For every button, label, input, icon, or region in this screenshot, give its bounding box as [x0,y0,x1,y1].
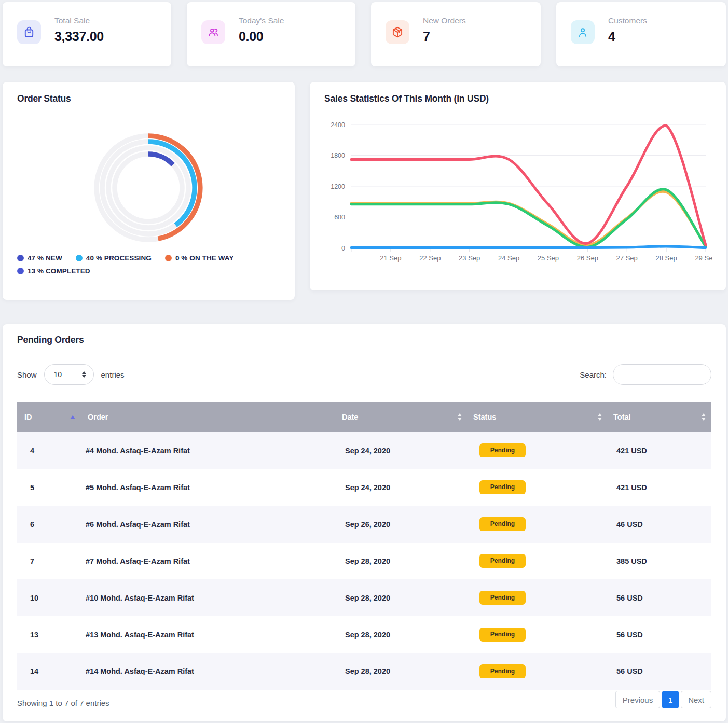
x-axis-label: 26 Sep [577,254,598,262]
order-status-legend: 47 % NEW40 % PROCESSING0 % ON THE WAY13 … [17,254,266,275]
search-control: Search: [580,364,711,385]
cell-order: #6 Mohd. Asfaq-E-Azam Rifat [80,506,335,543]
stat-card-todays-sale: Today's Sale 0.00 [187,2,355,66]
x-axis-label: 28 Sep [656,254,677,262]
y-axis-label: 1800 [331,152,345,159]
page-size-select[interactable]: 10 [44,364,94,385]
cell-id: 4 [17,432,80,469]
user-icon [571,20,595,44]
red-series-line [351,126,706,245]
sort-icon [458,413,462,421]
cell-date: Sep 28, 2020 [335,616,467,653]
cell-date: Sep 24, 2020 [335,469,467,506]
cell-status: Pending [467,543,607,579]
column-header-total[interactable]: Total [607,402,711,432]
y-axis-label: 600 [334,214,345,221]
table-row: 14#14 Mohd. Asfaq-E-Azam RifatSep 28, 20… [17,653,711,690]
table-row: 5#5 Mohd. Asfaq-E-Azam RifatSep 24, 2020… [17,469,711,506]
page-size-control: Show 10 entries [17,364,125,385]
table-header-row: ID Order Date Stat [17,402,711,432]
column-header-id[interactable]: ID [17,402,80,432]
column-header-date[interactable]: Date [335,402,467,432]
users-group-icon [201,20,225,44]
column-header-order[interactable]: Order [80,402,335,432]
column-header-status[interactable]: Status [467,402,607,432]
cell-order: #14 Mohd. Asfaq-E-Azam Rifat [80,653,335,690]
stat-card-customers: Customers 4 [556,2,726,66]
column-label: ID [24,413,32,421]
cell-date: Sep 28, 2020 [335,543,467,579]
legend-label: 0 % ON THE WAY [175,254,234,262]
pending-orders-title: Pending Orders [17,335,84,345]
cell-total: 56 USD [607,616,711,653]
column-label: Total [613,413,631,421]
cell-order: #4 Mohd. Asfaq-E-Azam Rifat [80,432,335,469]
pending-orders-table: ID Order Date Stat [17,402,711,690]
cell-id: 6 [17,506,80,543]
cell-order: #5 Mohd. Asfaq-E-Azam Rifat [80,469,335,506]
y-axis-label: 2400 [331,121,345,129]
stat-value: 7 [423,29,466,44]
select-stepper-icon [82,371,86,378]
table-row: 10#10 Mohd. Asfaq-E-Azam RifatSep 28, 20… [17,579,711,616]
stat-title: Total Sale [54,16,104,25]
stat-card-new-orders: New Orders 7 [371,2,541,66]
cell-id: 13 [17,616,80,653]
table-info-text: Showing 1 to 7 of 7 entries [17,699,109,707]
cell-order: #10 Mohd. Asfaq-E-Azam Rifat [80,579,335,616]
stat-value: 0.00 [239,29,284,44]
table-row: 4#4 Mohd. Asfaq-E-Azam RifatSep 24, 2020… [17,432,711,469]
status-badge: Pending [479,591,526,605]
sort-icon [598,413,602,421]
cell-total: 46 USD [607,506,711,543]
cell-id: 5 [17,469,80,506]
legend-dot [165,255,172,261]
legend-item[interactable]: 0 % ON THE WAY [165,254,234,262]
order-status-card: Order Status 47 % NEW40 % PROCESSING0 % … [3,82,295,300]
previous-page-button[interactable]: Previous [615,691,660,708]
cell-total: 421 USD [607,432,711,469]
legend-dot [76,255,83,261]
cell-status: Pending [467,506,607,543]
legend-item[interactable]: 47 % NEW [17,254,62,262]
cell-date: Sep 28, 2020 [335,579,467,616]
entries-label: entries [101,370,125,379]
search-input[interactable] [613,364,711,385]
x-axis-label: 21 Sep [380,254,401,262]
legend-item[interactable]: 13 % COMPLETED [17,267,90,275]
package-box-icon [386,20,409,44]
x-axis-label: 22 Sep [419,254,441,262]
cell-id: 10 [17,579,80,616]
y-axis-label: 0 [341,245,345,252]
sort-icon [702,413,706,421]
next-page-button[interactable]: Next [681,691,711,708]
status-badge: Pending [479,628,526,642]
cell-total: 421 USD [607,469,711,506]
x-axis-label: 27 Sep [616,254,638,262]
page-1-button[interactable]: 1 [662,691,679,708]
pagination: Previous 1 Next [615,691,711,708]
cell-total: 56 USD [607,579,711,616]
status-badge: Pending [479,480,526,494]
cell-id: 14 [17,653,80,690]
status-badge: Pending [479,554,526,568]
x-axis-label: 24 Sep [498,254,519,262]
legend-item[interactable]: 40 % PROCESSING [76,254,152,262]
cell-status: Pending [467,432,607,469]
x-axis-label: 23 Sep [459,254,480,262]
legend-label: 47 % NEW [28,254,62,262]
sales-line-chart: 060012001800240021 Sep22 Sep23 Sep24 Sep… [310,82,712,279]
stat-title: Customers [608,16,647,25]
shopping-bag-icon [17,20,41,44]
status-badge: Pending [479,664,526,678]
order-status-radial-chart [3,82,295,253]
x-axis-label: 25 Sep [538,254,559,262]
cell-date: Sep 24, 2020 [335,432,467,469]
legend-dot [17,255,24,261]
table-row: 7#7 Mohd. Asfaq-E-Azam RifatSep 28, 2020… [17,543,711,579]
column-label: Date [342,413,358,421]
cell-status: Pending [467,579,607,616]
show-label: Show [17,370,37,379]
search-label: Search: [580,370,607,379]
green-series-line [351,189,706,247]
